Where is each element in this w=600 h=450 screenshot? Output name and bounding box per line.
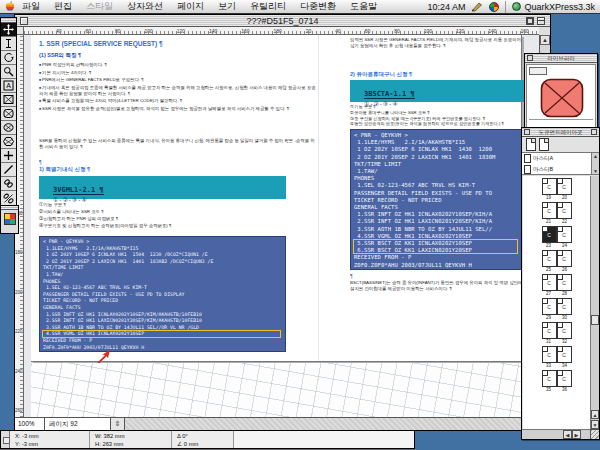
layout-horizontal-scrollbar[interactable]: ◀ ▶	[522, 429, 590, 439]
line-tool[interactable]	[1, 163, 16, 177]
oval-picture-box-tool[interactable]	[1, 121, 16, 135]
measurements-palette-grip[interactable]	[1, 431, 10, 448]
master-list-scrollbar[interactable]: ▲▼	[591, 153, 599, 174]
page-number-field[interactable]: 페이지 92	[45, 418, 111, 430]
content-tool[interactable]	[1, 37, 16, 51]
y-position-value[interactable]: Y: -3 mm	[15, 440, 84, 448]
blank-single-page-icon[interactable]	[526, 138, 536, 151]
palette-close-box[interactable]	[527, 55, 533, 61]
item-tool[interactable]	[1, 23, 16, 37]
layout-page-icon-36[interactable]: C	[557, 370, 572, 387]
master-page-row[interactable]: 마스터A	[522, 153, 599, 164]
library-row-divider	[529, 119, 593, 120]
palette-resize-handle[interactable]	[590, 429, 599, 439]
layout-page-icon-28[interactable]: C	[557, 274, 572, 291]
angle-fields[interactable]: Δ 0° ∠ 0 mm	[172, 431, 234, 448]
zoom-tool[interactable]	[1, 65, 16, 79]
rounded-picture-box-tool[interactable]	[1, 107, 16, 121]
terminal-line: 1.SEL 02-123-4567 ABC TRVL HS KIM-T	[43, 285, 285, 292]
window-zoom-box[interactable]	[526, 17, 534, 25]
palette-zoom-box[interactable]	[591, 129, 597, 135]
zoom-percent-field[interactable]: 100%	[15, 418, 45, 430]
menu-item[interactable]: 도움말	[343, 1, 384, 11]
menu-item[interactable]: 다중변환	[293, 1, 343, 11]
active-app-name: QuarkXPress3.3k	[524, 2, 595, 12]
library-picture-box-item[interactable]	[540, 78, 584, 118]
width-value[interactable]: W: 382 mm	[95, 432, 166, 440]
library-palette-title-bar[interactable]: 라이브러리	[525, 54, 597, 63]
rotation-tool[interactable]	[1, 51, 16, 65]
page-spread[interactable]: 1. SSR (SPECIAL SERVICE REQUEST) ¶ (1) S…	[31, 35, 522, 362]
active-app[interactable]: QuarkXPress3.3k	[512, 2, 595, 12]
rotation-angle-value[interactable]: Δ 0°	[177, 432, 228, 440]
scroll-down-arrow[interactable]: ▼	[591, 420, 599, 429]
x-position-value[interactable]: X: -3 mm	[15, 432, 84, 440]
layout-page-icon-20[interactable]: C	[557, 178, 572, 195]
layout-page-icon-34[interactable]: C	[557, 346, 572, 363]
blank-facing-page-icon[interactable]	[539, 138, 549, 151]
palette-close-box[interactable]	[524, 129, 530, 135]
terminal-line: GENERAL FACTS	[43, 305, 285, 312]
layout-page-icon-23[interactable]: C	[542, 226, 557, 243]
scroll-up-arrow[interactable]: ▲	[540, 35, 550, 45]
measurements-palette: X: -3 mm Y: -3 mm W: 382 mm H: 263 mm Δ …	[0, 430, 415, 449]
menu-item[interactable]: 페이지	[170, 1, 211, 11]
ruler-label: 160	[241, 27, 249, 35]
measurements-empty-area	[234, 431, 414, 448]
layout-page-icon-32[interactable]: C	[557, 322, 572, 339]
layout-page-icon-27[interactable]: C	[542, 274, 557, 291]
layout-vertical-scrollbar[interactable]: ▲ ▼	[590, 176, 599, 429]
size-fields[interactable]: W: 382 mm H: 263 mm	[90, 431, 172, 448]
background-mini-window[interactable]	[0, 205, 19, 234]
layout-palette-title-bar[interactable]: 도큐먼트레이아웃	[522, 128, 599, 137]
layout-page-icon-22[interactable]: C	[557, 202, 572, 219]
command-text: 3VGML1-2.1 ¶	[53, 186, 104, 195]
layout-page-icon-21[interactable]: C	[542, 202, 557, 219]
color-ball-icon[interactable]	[489, 2, 499, 12]
layout-page-icon-24[interactable]: C	[557, 226, 572, 243]
layout-page-icon-30[interactable]: C	[557, 298, 572, 315]
layout-page-icon-35[interactable]: C	[542, 370, 557, 387]
scroll-up-arrow[interactable]: ▲	[591, 410, 599, 419]
text-line: ②서비스를 나타내는 SSR 코드 ¶	[39, 208, 319, 215]
layout-page-icon-29[interactable]: C	[542, 298, 557, 315]
master-page-row[interactable]: 마스터B	[522, 164, 599, 175]
menu-item[interactable]: 보기	[211, 1, 243, 11]
orthogonal-line-tool[interactable]	[1, 149, 16, 163]
scrollbar-thumb[interactable]	[591, 315, 599, 325]
menu-item[interactable]: 스타일	[79, 1, 120, 11]
scroll-up-arrow[interactable]: ▲	[592, 153, 599, 159]
scroll-left-arrow[interactable]: ◀	[563, 430, 572, 439]
layout-page-icon-19[interactable]: C	[542, 178, 557, 195]
pen-icon[interactable]	[471, 2, 483, 12]
menu-item[interactable]: 편집	[47, 1, 79, 11]
horizontal-scrollbar[interactable]	[125, 418, 539, 430]
rectangle-picture-box-tool[interactable]	[1, 93, 16, 107]
position-fields[interactable]: X: -3 mm Y: -3 mm	[10, 431, 90, 448]
layout-page-icon-26[interactable]: C	[557, 250, 572, 267]
menu-item[interactable]: 유틸리티	[243, 1, 293, 11]
polygon-picture-box-tool[interactable]	[1, 135, 16, 149]
layout-page-icon-25[interactable]: C	[542, 250, 557, 267]
right-subsection-heading: 2) 유아용휴대구니 신청 ¶	[350, 71, 412, 78]
terminal-line: RECEIVED FROM - P	[43, 338, 285, 345]
menu-item[interactable]: 상자와선	[120, 1, 170, 11]
scroll-right-arrow[interactable]: ▶	[572, 430, 581, 439]
window-collapse-box[interactable]	[537, 17, 545, 25]
library-label-popup[interactable]	[529, 67, 547, 75]
command-box-vgml: 3VGML1-2.1 ¶ ①-②-③-④	[39, 176, 286, 199]
window-title-bar[interactable]: ???#D51F5_0714	[15, 15, 550, 27]
text-box-tool[interactable]: A	[1, 79, 16, 93]
unlink-tool[interactable]	[1, 191, 16, 205]
height-value[interactable]: H: 263 mm	[95, 440, 166, 448]
apple-logo-icon[interactable]	[5, 1, 15, 12]
page-grabber-icon[interactable]: ⇕	[111, 418, 125, 430]
menu-item[interactable]: 파일	[15, 1, 47, 11]
scroll-down-arrow[interactable]: ▼	[592, 168, 599, 174]
layout-page-icon-31[interactable]: C	[542, 322, 557, 339]
page-icon-grid: CC1920CC2122CC2324CC2526CC2728CC2930CC31…	[523, 176, 590, 429]
corner-radius-value[interactable]: ∠ 0 mm	[177, 440, 228, 448]
layout-page-icon-33[interactable]: C	[542, 346, 557, 363]
menu-clock: 10:24 AM	[427, 2, 465, 12]
link-tool[interactable]	[1, 177, 16, 191]
